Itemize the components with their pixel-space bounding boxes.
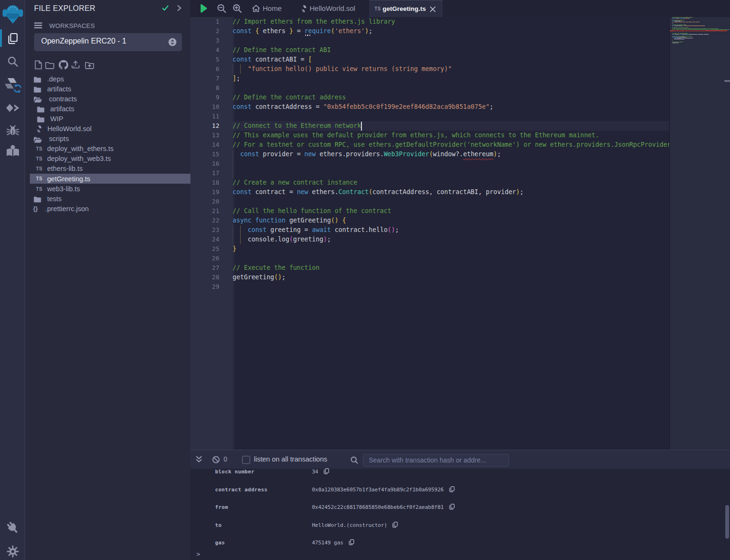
- tree-item--deps[interactable]: .deps: [25, 74, 190, 84]
- code-line-6[interactable]: 6 "function hello() public view returns …: [190, 64, 671, 74]
- code-line-27[interactable]: 27// Execute the function: [190, 263, 671, 273]
- hint-dots: [307, 35, 308, 36]
- tree-item--prettierrc-json[interactable]: {}.prettierrc.json: [25, 204, 190, 214]
- code-line-17[interactable]: 17: [190, 169, 671, 178]
- listen-transactions-checkbox[interactable]: [242, 456, 251, 464]
- code-line-10[interactable]: 10const contractAddress = "0xb54febb5c0c…: [190, 102, 671, 112]
- code-line-29[interactable]: 29: [190, 282, 671, 292]
- code-text: // Execute the function: [233, 263, 319, 273]
- ts-file-icon: TS: [36, 156, 43, 161]
- upload-folder-icon[interactable]: [85, 61, 94, 71]
- code-line-16[interactable]: 16: [190, 159, 671, 169]
- tree-item-label: getGreeting.ts: [47, 175, 90, 183]
- clear-console-ban-icon[interactable]: [212, 456, 220, 463]
- line-number: 15: [190, 150, 219, 159]
- learneth-icon[interactable]: [0, 145, 25, 157]
- code-line-5[interactable]: 5const contractABI = [: [190, 55, 671, 64]
- code-line-7[interactable]: 7];: [190, 74, 671, 83]
- plugin-manager-icon[interactable]: [0, 521, 25, 534]
- workspace-select[interactable]: OpenZeppelin ERC20 - 1: [34, 33, 182, 51]
- tab-getgreeting-ts[interactable]: TS getGreeting.ts: [370, 0, 442, 17]
- publish-icon[interactable]: [71, 60, 80, 71]
- line-number: 18: [190, 178, 219, 187]
- remix-logo-icon[interactable]: [0, 2, 25, 25]
- ts-file-icon: TS: [36, 176, 43, 181]
- tab-helloworld-label: HelloWorld.sol: [310, 4, 355, 12]
- chevron-right-icon[interactable]: [176, 5, 182, 11]
- code-line-13[interactable]: 13// This example uses the default provi…: [190, 131, 671, 140]
- github-icon[interactable]: [59, 60, 68, 71]
- code-text: // Import ethers from the ethers.js libr…: [233, 17, 395, 27]
- code-line-22[interactable]: 22async function getGreeting() {: [190, 216, 671, 225]
- tree-item-deploy-with-ethers-ts[interactable]: TSdeploy_with_ethers.ts: [25, 144, 190, 154]
- code-text: // For a testnet or custom RPC, use ethe…: [233, 140, 690, 150]
- tree-item-deploy-with-web3-ts[interactable]: TSdeploy_with_web3.ts: [25, 154, 190, 164]
- code-line-14[interactable]: 14// For a testnet or custom RPC, use et…: [190, 140, 671, 150]
- code-line-21[interactable]: 21// Call the hello function of the cont…: [190, 206, 671, 216]
- line-number: 1: [190, 17, 219, 27]
- check-icon[interactable]: [162, 4, 169, 12]
- code-line-26[interactable]: 26: [190, 254, 671, 263]
- tree-item-artifacts[interactable]: artifacts: [25, 104, 190, 114]
- angles-down-icon[interactable]: [195, 456, 203, 463]
- code-editor[interactable]: 1// Import ethers from the ethers.js lib…: [190, 17, 730, 450]
- code-line-28[interactable]: 28getGreeting();: [190, 273, 671, 282]
- line-number: 16: [190, 159, 219, 169]
- tree-item-scripts[interactable]: scripts: [25, 134, 190, 144]
- code-line-9[interactable]: 9// Define the contract address: [190, 93, 671, 102]
- line-number: 7: [190, 74, 219, 83]
- terminal-scrollbar-thumb[interactable]: [725, 505, 729, 539]
- tree-item-web3-lib-ts[interactable]: TSweb3-lib.ts: [25, 184, 190, 194]
- new-folder-icon[interactable]: [45, 61, 54, 71]
- tab-getgreeting-label: getGreeting.ts: [383, 5, 426, 12]
- code-line-1[interactable]: 1// Import ethers from the ethers.js lib…: [190, 17, 671, 27]
- ts-file-icon: TS: [36, 187, 43, 192]
- line-number: 12: [190, 121, 219, 131]
- hint-dots: [305, 35, 306, 36]
- deploy-and-run-icon[interactable]: [0, 102, 25, 115]
- search-icon[interactable]: [0, 56, 25, 67]
- tree-item-getgreeting-ts[interactable]: TSgetGreeting.ts: [30, 174, 190, 184]
- code-line-20[interactable]: 20: [190, 197, 671, 206]
- code-line-23[interactable]: 23 const greeting = await contract.hello…: [190, 225, 671, 235]
- code-line-8[interactable]: 8: [190, 83, 671, 93]
- line-number: 11: [190, 112, 219, 121]
- code-line-3[interactable]: 3: [190, 36, 671, 45]
- listen-transactions-label: listen on all transactions: [254, 455, 327, 463]
- tree-item-helloworld-sol[interactable]: HelloWorld.sol: [25, 124, 190, 134]
- close-icon[interactable]: [430, 6, 436, 12]
- tree-item-wip[interactable]: WIP: [25, 114, 190, 124]
- terminal-search-icon: [351, 456, 358, 464]
- code-line-12[interactable]: 12// Connect to the Ethereum network: [190, 121, 671, 131]
- run-script-icon[interactable]: [200, 4, 207, 13]
- minimap[interactable]: [669, 17, 730, 450]
- zoom-in-icon[interactable]: [233, 4, 242, 13]
- terminal-prompt[interactable]: >: [197, 550, 200, 558]
- tab-home-label: Home: [263, 4, 282, 12]
- settings-icon[interactable]: [0, 545, 25, 558]
- tree-item-tests[interactable]: tests: [25, 194, 190, 204]
- json-file-icon: {}: [33, 205, 38, 212]
- folder-open-icon: [34, 136, 42, 145]
- zoom-out-icon[interactable]: [217, 4, 226, 13]
- code-line-24[interactable]: 24 console.log(greeting);: [190, 235, 671, 244]
- tree-item-artifacts[interactable]: artifacts: [25, 84, 190, 94]
- tree-item-label: artifacts: [47, 85, 72, 93]
- debugger-icon[interactable]: [0, 124, 25, 137]
- terminal-search-input[interactable]: [363, 454, 509, 467]
- code-line-11[interactable]: 11: [190, 112, 671, 121]
- code-line-18[interactable]: 18// Create a new contract instance: [190, 178, 671, 187]
- hamburger-menu-icon[interactable]: [34, 22, 42, 29]
- file-explorer-panel: FILE EXPLORER WORKSPACES OpenZeppelin ER…: [25, 0, 190, 560]
- code-line-4[interactable]: 4// Define the contract ABI: [190, 45, 671, 55]
- file-explorer-icon[interactable]: [0, 33, 25, 45]
- code-line-25[interactable]: 25}: [190, 244, 671, 254]
- code-line-15[interactable]: 15 const provider = new ethers.providers…: [190, 150, 671, 159]
- tree-item-ethers-lib-ts[interactable]: TSethers-lib.ts: [25, 164, 190, 174]
- new-file-icon[interactable]: [35, 60, 42, 71]
- tree-item-contracts[interactable]: contracts: [25, 94, 190, 104]
- code-line-2[interactable]: 2const { ethers } = require('ethers');: [190, 27, 671, 36]
- code-line-19[interactable]: 19const contract = new ethers.Contract(c…: [190, 187, 671, 197]
- solidity-compiler-icon[interactable]: [0, 78, 25, 95]
- terminal-row-from: from0x42452c22c88178685850e68beb6cf0f2ae…: [190, 504, 730, 512]
